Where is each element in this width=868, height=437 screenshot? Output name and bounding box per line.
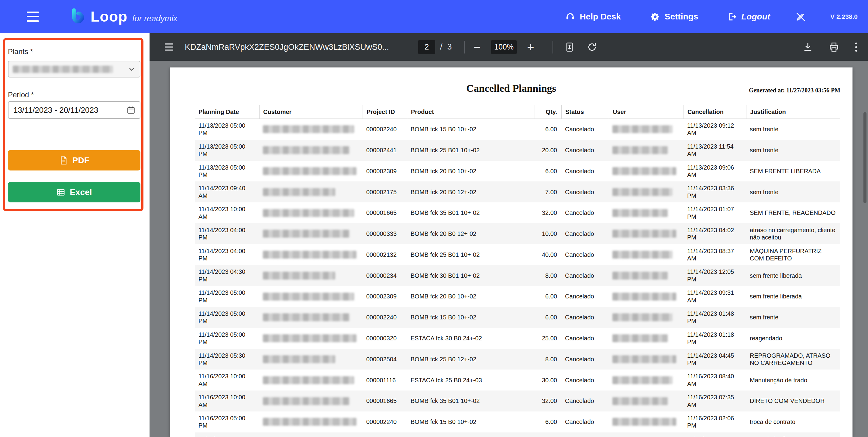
table-row: 11/14/2023 09:40 AM 000002175 BOMB fck 2… [195, 181, 840, 202]
table-row: 11/14/2023 05:00 PM 000000320 ESTACA fck… [195, 328, 840, 349]
cancellation-cell: 11/14/2023 08:37 AM [684, 244, 746, 265]
page-separator: / [440, 42, 442, 52]
redacted-user [612, 188, 673, 196]
fit-page-icon[interactable] [564, 42, 575, 53]
qty-cell: 6.00 [535, 119, 561, 140]
project-id-cell: 000000320 [363, 328, 407, 349]
redacted-customer [263, 209, 354, 217]
product-cell: ESTACA fck 25 B0 24+-03 [407, 370, 535, 391]
justification-cell: sem frente liberada [746, 265, 840, 286]
redacted-user [612, 313, 673, 321]
qty-cell: 20.00 [535, 140, 561, 161]
col-qty: Qty. [535, 105, 561, 119]
project-id-cell: 000002240 [363, 307, 407, 328]
cancellation-cell: 11/14/2023 01:07 PM [684, 202, 746, 223]
table-row: 11/13/2023 05:00 PM 000002240 BOMB fck 1… [195, 119, 840, 140]
cancellation-cell: 11/14/2023 01:18 PM [684, 328, 746, 349]
customer-cell [259, 432, 363, 437]
top-navbar: Loop for readymix Help Desk Settings [0, 0, 868, 33]
table-row: 11/14/2023 05:30 PM 000002504 BOMB fck 2… [195, 349, 840, 370]
document-title: KDZaNmRaRVpkX2ZES0JgOkZENWw3LzBlXSUwS0..… [185, 42, 389, 52]
menu-icon[interactable] [27, 11, 39, 22]
status-cell: Cancelado [561, 349, 609, 370]
table-row: 11/13/2023 05:00 PM 000002309 BOMB fck 2… [195, 161, 840, 182]
customer-cell [259, 307, 363, 328]
redacted-user [612, 397, 668, 405]
customer-cell [259, 161, 363, 182]
qty-cell: 6.00 [535, 307, 561, 328]
planning-date-cell: 11/16/2023 10:00 AM [195, 370, 259, 391]
scrollbar-thumb[interactable] [863, 112, 866, 203]
status-cell: Cancelado [561, 307, 609, 328]
planning-date-cell: 11/14/2023 04:30 PM [195, 265, 259, 286]
loop-logo-icon [68, 7, 87, 26]
excel-button[interactable]: Excel [8, 182, 141, 202]
status-cell: Cancelado [561, 119, 609, 140]
more-options-icon[interactable] [855, 42, 858, 53]
gear-icon [650, 11, 660, 22]
project-id-cell: 000002240 [363, 119, 407, 140]
planning-date-cell: 11/14/2023 05:30 PM [195, 349, 259, 370]
cancellation-cell: 11/16/2023 07:35 AM [684, 391, 746, 411]
period-input[interactable] [13, 105, 126, 115]
print-icon[interactable] [829, 42, 839, 53]
qty-cell: 6.00 [535, 411, 561, 432]
qty-cell: 13.00 [535, 432, 561, 437]
justification-cell: sem frente [746, 307, 840, 328]
col-justification: Justification [746, 105, 840, 119]
redacted-user [612, 355, 676, 363]
planning-date-cell: 11/14/2023 04:00 PM [195, 244, 259, 265]
redacted-customer [263, 397, 349, 405]
product-cell: BOMB fck 15 B0 10+-02 [407, 307, 535, 328]
headset-icon [565, 11, 575, 22]
toolbar-actions [802, 42, 858, 53]
redacted-customer [263, 251, 356, 259]
pen-slash-button[interactable] [795, 11, 806, 22]
customer-cell [259, 286, 363, 307]
col-user: User [609, 105, 684, 119]
table-row: 11/14/2023 04:00 PM 000002132 BOMB fck 2… [195, 244, 840, 265]
status-cell: Cancelado [561, 202, 609, 223]
redacted-user [612, 251, 673, 259]
period-field [8, 101, 141, 119]
cancellation-cell: 11/13/2023 09:06 AM [684, 161, 746, 182]
col-project-id: Project ID [363, 105, 407, 119]
project-id-cell: 000002132 [363, 244, 407, 265]
status-cell: Cancelado [561, 432, 609, 437]
status-cell: Cancelado [561, 140, 609, 161]
page-number-input[interactable]: 2 [418, 40, 435, 54]
zoom-in-icon[interactable]: + [524, 40, 537, 54]
project-id-cell: 000002175 [363, 181, 407, 202]
download-icon[interactable] [802, 42, 813, 53]
redacted-user [612, 418, 676, 426]
plants-select[interactable] [8, 61, 141, 77]
col-product: Product [407, 105, 535, 119]
justification-cell: atraso no carregamento, cliente não acei… [746, 223, 840, 244]
viewer-menu-icon[interactable] [165, 43, 175, 51]
brand-logo[interactable]: Loop for readymix [68, 7, 178, 26]
rotate-icon[interactable] [587, 42, 597, 53]
redacted-customer [263, 418, 356, 426]
help-desk-button[interactable]: Help Desk [565, 11, 621, 22]
planning-date-cell: 11/16/2023 05:00 PM [195, 411, 259, 432]
logout-label: Logout [741, 12, 770, 22]
user-cell [609, 244, 684, 265]
table-header: Planning Date Customer Project ID Produc… [195, 105, 840, 119]
calendar-icon[interactable] [126, 105, 135, 115]
zoom-controls: − 100% + [470, 40, 537, 54]
user-cell [609, 140, 684, 161]
zoom-out-icon[interactable]: − [470, 40, 484, 54]
pdf-button[interactable]: PDF [8, 150, 141, 170]
pen-slash-icon [795, 11, 806, 22]
cancellation-cell: 11/14/2023 03:36 PM [684, 181, 746, 202]
justification-cell: REPROGRAMADO, ATRASO NO CARREGAMENTO [746, 349, 840, 370]
settings-button[interactable]: Settings [650, 11, 698, 22]
justification-cell: Cancelado direto com a vendedora [746, 432, 840, 437]
qty-cell: 10.00 [535, 223, 561, 244]
status-cell: Cancelado [561, 161, 609, 182]
table-row: 11/16/2023 05:00 PM 000002240 BOMB fck 1… [195, 411, 840, 432]
logout-button[interactable]: Logout [727, 12, 770, 22]
justification-cell: SEM FRENTE, REAGENDADO [746, 202, 840, 223]
col-status: Status [561, 105, 609, 119]
period-label: Period * [8, 90, 34, 99]
